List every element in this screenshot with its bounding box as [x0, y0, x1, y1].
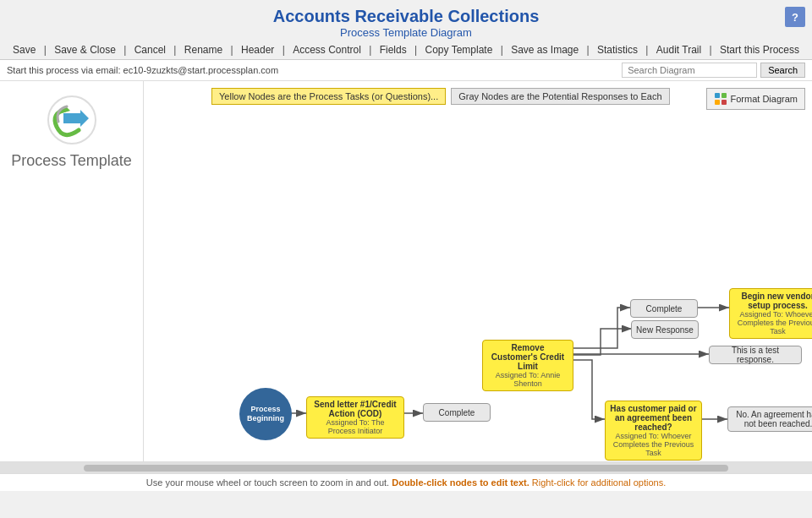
format-diagram-button[interactable]: Format Diagram	[706, 88, 805, 110]
task4-label: Has customer paid or an agreement been r…	[610, 404, 697, 432]
task1-assignee: Assigned To: The Process Initiator	[311, 418, 399, 435]
page-subtitle: Process Template Diagram	[0, 26, 812, 39]
svg-rect-3	[715, 93, 720, 98]
test-response-label: This is a test response.	[714, 346, 797, 364]
task2-assignee: Assigned To: Annie Shenton	[487, 371, 568, 388]
process-logo	[47, 95, 97, 145]
toolbar-copy-template[interactable]: Copy Template	[422, 44, 497, 56]
toolbar-statistics[interactable]: Statistics	[594, 44, 641, 56]
process-logo-icon	[47, 95, 97, 145]
svg-rect-5	[715, 100, 720, 105]
format-icon	[714, 92, 727, 106]
svg-rect-4	[721, 93, 727, 98]
svg-marker-1	[63, 110, 89, 127]
toolbar-save-close[interactable]: Save & Close	[51, 44, 119, 56]
legend: Yellow Nodes are the Process Tasks (or Q…	[211, 88, 670, 105]
page-header: Accounts Receivable Collections Process …	[0, 0, 812, 41]
search-input[interactable]	[622, 63, 757, 78]
format-label: Format Diagram	[731, 94, 798, 104]
search-area: Search	[622, 63, 805, 78]
toolbar-audit-trail[interactable]: Audit Trail	[653, 44, 705, 56]
complete1-label: Complete	[439, 408, 475, 417]
bottom-bar: Use your mouse wheel or touch screen to …	[0, 473, 812, 491]
task3-node[interactable]: Begin new vendor setup process. Assigned…	[729, 288, 812, 339]
task2-node[interactable]: Remove Customer's Credit Limit Assigned …	[482, 340, 573, 391]
toolbar-header[interactable]: Header	[238, 44, 277, 56]
no-response-node[interactable]: No. An agreement has not been reached.	[727, 406, 812, 432]
bottom-right-text: Right-click for additional options.	[532, 477, 666, 488]
scrollbar[interactable]	[0, 461, 812, 473]
email-bar: Start this process via email: ec10-9zuzk…	[0, 60, 812, 81]
complete2-label: Complete	[646, 304, 683, 314]
toolbar-save[interactable]: Save	[9, 44, 39, 56]
toolbar-start-process[interactable]: Start this Process	[716, 44, 803, 56]
legend-yellow: Yellow Nodes are the Process Tasks (or Q…	[211, 88, 446, 105]
new-response-label: New Response	[636, 325, 694, 335]
page-title: Accounts Receivable Collections	[0, 7, 812, 26]
new-response-node[interactable]: New Response	[631, 320, 699, 339]
toolbar-rename[interactable]: Rename	[181, 44, 226, 56]
task4-node[interactable]: Has customer paid or an agreement been r…	[605, 401, 702, 461]
left-panel-label: Process Template	[11, 152, 132, 171]
diagram-area[interactable]: Yellow Nodes are the Process Tasks (or Q…	[144, 81, 812, 461]
svg-rect-6	[721, 100, 727, 105]
bottom-text: Use your mouse wheel or touch screen to …	[146, 477, 392, 488]
legend-gray: Gray Nodes are the Potential Responses t…	[451, 88, 669, 105]
help-button[interactable]: ?	[785, 7, 805, 27]
no-response-label: No. An agreement has not been reached.	[732, 410, 812, 428]
toolbar: Save | Save & Close | Cancel | Rename | …	[0, 41, 812, 60]
toolbar-save-as-image[interactable]: Save as Image	[508, 44, 582, 56]
search-button[interactable]: Search	[760, 63, 805, 78]
task4-assignee: Assigned To: Whoever Completes the Previ…	[610, 432, 697, 457]
complete1-node[interactable]: Complete	[423, 403, 491, 422]
task1-node[interactable]: Send letter #1/Credit Action (COD) Assig…	[306, 396, 404, 439]
task3-assignee: Assigned To: Whoever Completes the Previ…	[734, 310, 812, 335]
start-node[interactable]: Process Beginning	[239, 388, 292, 440]
toolbar-cancel[interactable]: Cancel	[131, 44, 169, 56]
task1-label: Send letter #1/Credit Action (COD)	[311, 400, 399, 418]
complete2-node[interactable]: Complete	[630, 299, 698, 318]
bottom-dblclick-text: Double-click nodes to edit text.	[392, 477, 529, 488]
email-text: Start this process via email: ec10-9zuzk…	[7, 65, 278, 75]
start-node-label: Process Beginning	[244, 405, 288, 423]
toolbar-fields[interactable]: Fields	[376, 44, 410, 56]
main-area: Process Template Yellow Nodes are the Pr…	[0, 81, 812, 461]
task3-label: Begin new vendor setup process.	[734, 292, 812, 310]
left-panel: Process Template	[0, 81, 144, 461]
toolbar-access-control[interactable]: Access Control	[289, 44, 365, 56]
test-response-node[interactable]: This is a test response.	[709, 346, 802, 364]
task2-label: Remove Customer's Credit Limit	[487, 343, 568, 371]
